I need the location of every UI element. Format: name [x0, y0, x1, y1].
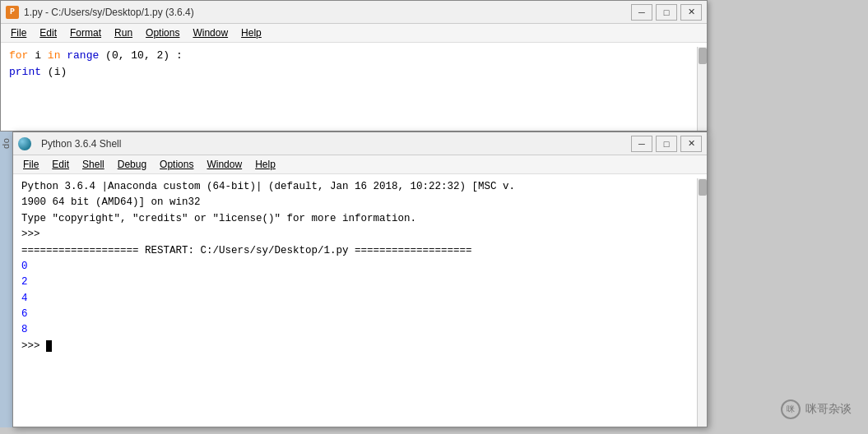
fn-print: print: [9, 66, 41, 78]
shell-output-6: 6: [21, 307, 699, 322]
editor-menubar: File Edit Format Run Options Window Help: [1, 24, 707, 43]
shell-prompt-2: >>>: [21, 339, 699, 354]
shell-close-button[interactable]: ✕: [680, 136, 702, 152]
shell-window: Python 3.6.4 Shell ─ □ ✕ File Edit Shell…: [12, 132, 708, 427]
titlebar-left: P 1.py - C:/Users/sy/Desktop/1.py (3.6.4…: [6, 6, 194, 19]
shell-menu-shell[interactable]: Shell: [76, 157, 111, 172]
left-accent-panel: do64: [0, 132, 12, 427]
code-line-2: print (i): [9, 64, 699, 81]
shell-menu-help[interactable]: Help: [248, 157, 282, 172]
shell-app-icon: [18, 137, 31, 150]
editor-scrollbar[interactable]: [697, 47, 707, 131]
shell-line-1: Python 3.6.4 |Anaconda custom (64-bit)| …: [21, 179, 699, 195]
shell-output-0: 0: [21, 259, 699, 275]
shell-menu-window[interactable]: Window: [200, 157, 248, 172]
shell-cursor: [46, 340, 52, 352]
shell-menu-options[interactable]: Options: [153, 157, 200, 172]
code-line-1: for i in range (0, 10, 2) :: [9, 48, 699, 64]
editor-maximize-button[interactable]: □: [656, 4, 677, 21]
shell-scrollbar-thumb[interactable]: [699, 179, 707, 196]
watermark-text: 咪哥杂谈: [805, 402, 852, 417]
editor-menu-help[interactable]: Help: [234, 25, 268, 40]
shell-scrollbar[interactable]: [697, 178, 707, 427]
shell-window-controls: ─ □ ✕: [631, 136, 702, 152]
code-editor[interactable]: for i in range (0, 10, 2) : print (i): [1, 43, 707, 85]
shell-maximize-button[interactable]: □: [656, 136, 677, 152]
fn-range: range: [67, 49, 99, 62]
editor-minimize-button[interactable]: ─: [631, 4, 652, 21]
shell-titlebar-left: Python 3.6.4 Shell: [18, 137, 121, 150]
watermark-icon: 咪: [781, 399, 801, 419]
keyword-in: in: [48, 49, 61, 62]
editor-app-icon: P: [6, 6, 19, 19]
shell-menu-file[interactable]: File: [16, 157, 45, 172]
shell-restart-line: =================== RESTART: C:/Users/sy…: [21, 243, 699, 259]
shell-output-2: 2: [21, 275, 699, 290]
shell-output-4: 4: [21, 291, 699, 307]
shell-line-2: 1900 64 bit (AMD64)] on win32: [21, 195, 699, 210]
editor-window-controls: ─ □ ✕: [631, 4, 702, 21]
shell-output-area: Python 3.6.4 |Anaconda custom (64-bit)| …: [13, 174, 707, 422]
editor-close-button[interactable]: ✕: [680, 4, 702, 21]
watermark: 咪 咪哥杂谈: [781, 399, 852, 419]
editor-menu-run[interactable]: Run: [108, 25, 139, 40]
editor-window: P 1.py - C:/Users/sy/Desktop/1.py (3.6.4…: [0, 0, 708, 132]
shell-menubar: File Edit Shell Debug Options Window Hel…: [13, 155, 707, 174]
shell-line-3: Type "copyright", "credits" or "license(…: [21, 211, 699, 227]
shell-menu-debug[interactable]: Debug: [111, 157, 153, 172]
shell-minimize-button[interactable]: ─: [631, 136, 652, 152]
keyword-for: for: [9, 49, 28, 62]
editor-menu-window[interactable]: Window: [186, 25, 234, 40]
editor-menu-options[interactable]: Options: [139, 25, 186, 40]
editor-title: 1.py - C:/Users/sy/Desktop/1.py (3.6.4): [24, 7, 194, 18]
shell-menu-edit[interactable]: Edit: [45, 157, 76, 172]
editor-titlebar: P 1.py - C:/Users/sy/Desktop/1.py (3.6.4…: [1, 1, 707, 24]
editor-menu-file[interactable]: File: [4, 25, 33, 40]
shell-prompt-1: >>>: [21, 227, 699, 242]
shell-title: Python 3.6.4 Shell: [41, 138, 121, 150]
editor-menu-edit[interactable]: Edit: [33, 25, 63, 40]
shell-titlebar: Python 3.6.4 Shell ─ □ ✕: [13, 132, 707, 155]
editor-menu-format[interactable]: Format: [63, 25, 108, 40]
editor-scrollbar-thumb[interactable]: [699, 48, 707, 64]
shell-output-8: 8: [21, 322, 699, 338]
